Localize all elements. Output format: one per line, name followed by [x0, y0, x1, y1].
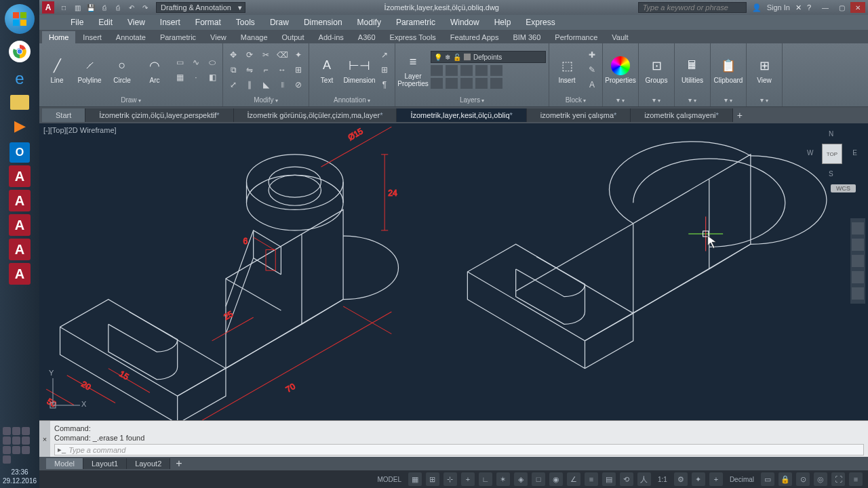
taskbar-clock[interactable]: 23:36 29.12.2016	[3, 468, 37, 485]
align-icon[interactable]: ⫴	[275, 78, 290, 92]
groups-panel-title[interactable]: ▾	[642, 95, 671, 105]
stretch-icon[interactable]: ↔	[275, 63, 290, 77]
status-grid-icon[interactable]: ▦	[408, 472, 422, 486]
menu-insert[interactable]: Insert	[153, 16, 187, 29]
file-tab[interactable]: izometrik çalışmayeni*	[631, 108, 732, 122]
rotate-icon[interactable]: ⟳	[242, 48, 257, 62]
status-transp-icon[interactable]: ▤	[602, 472, 616, 486]
status-cycling-icon[interactable]: ⟲	[620, 472, 633, 486]
modify-panel-title[interactable]: Modify	[226, 95, 306, 105]
menu-window[interactable]: Window	[443, 16, 486, 29]
status-model-label[interactable]: MODEL	[374, 476, 404, 483]
tray-icon[interactable]	[12, 427, 20, 435]
break-icon[interactable]: ⊘	[291, 78, 306, 92]
layout-tab[interactable]: Layout2	[127, 458, 170, 469]
layers-panel-title[interactable]: Layers	[398, 95, 546, 105]
menu-file[interactable]: File	[64, 16, 90, 29]
move-icon[interactable]: ✥	[226, 48, 241, 62]
ribbon-tab-insert[interactable]: Insert	[76, 31, 108, 43]
leader-icon[interactable]: ↗	[377, 48, 392, 62]
insert-block-button[interactable]: ⬚Insert	[552, 47, 582, 92]
properties-button[interactable]: Properties	[606, 47, 635, 92]
draw-region-icon[interactable]: ◧	[205, 70, 220, 84]
status-dyn-icon[interactable]: +	[461, 472, 475, 486]
clipboard-button[interactable]: 📋Clipboard	[713, 47, 743, 92]
draw-spline-icon[interactable]: ∿	[189, 56, 203, 69]
ribbon-tab-express[interactable]: Express Tools	[383, 31, 443, 43]
mtext-icon[interactable]: ¶	[377, 78, 392, 92]
draw-hatch-icon[interactable]: ▦	[172, 70, 187, 84]
block-attr-icon[interactable]: A	[585, 78, 599, 92]
status-clean-icon[interactable]: ⛶	[831, 472, 845, 486]
qat-undo-icon[interactable]: ↶	[126, 2, 137, 13]
taskbar-ie-icon[interactable]: e	[6, 65, 33, 92]
menu-format[interactable]: Format	[189, 16, 228, 29]
ribbon-tab-output[interactable]: Output	[275, 31, 311, 43]
view-button[interactable]: ⊞View	[749, 47, 779, 92]
qat-save-icon[interactable]: 💾	[85, 2, 96, 13]
viewcube-n[interactable]: N	[829, 130, 833, 138]
help-search-input[interactable]: Type a keyword or phrase	[638, 2, 747, 13]
fillet-icon[interactable]: ⌐	[258, 63, 273, 77]
command-input[interactable]: Type a command	[68, 446, 861, 454]
exchange-icon[interactable]: ✕	[795, 3, 802, 12]
status-infer-icon[interactable]: ⊹	[443, 472, 457, 486]
taskbar-media-icon[interactable]: ▶	[6, 113, 33, 140]
tray-icon[interactable]	[3, 436, 11, 445]
nav-wheel-icon[interactable]	[852, 222, 864, 235]
nav-pan-icon[interactable]	[852, 239, 864, 251]
taskbar-autocad-icon[interactable]: A	[9, 239, 31, 260]
scale-icon[interactable]: ⤢	[226, 78, 241, 92]
start-button[interactable]	[5, 4, 35, 34]
chamfer-icon[interactable]: ◣	[258, 78, 273, 92]
polyline-button[interactable]: ⟋Polyline	[75, 47, 104, 92]
trim-icon[interactable]: ✂	[258, 48, 273, 62]
viewcube-w[interactable]: W	[807, 149, 813, 157]
menu-edit[interactable]: Edit	[92, 16, 119, 29]
workspace-selector[interactable]: Drafting & Annotation	[156, 2, 245, 13]
explode-icon[interactable]: ✦	[291, 48, 306, 62]
ribbon-tab-a360[interactable]: A360	[351, 31, 382, 43]
drawing-viewport[interactable]: [-][Top][2D Wireframe]	[39, 123, 868, 420]
command-input-row[interactable]: ▸_ Type a command	[54, 444, 864, 455]
signin-link[interactable]: Sign In	[767, 3, 790, 12]
status-units[interactable]: Decimal	[727, 476, 757, 483]
block-panel-title[interactable]: Block	[552, 95, 599, 105]
layer-prev-icon[interactable]	[460, 78, 473, 89]
array-icon[interactable]: ⊞	[291, 63, 306, 77]
properties-panel-title[interactable]: ▾	[606, 95, 635, 105]
layer-walk-icon[interactable]	[475, 78, 488, 89]
tray-icon[interactable]	[3, 427, 11, 435]
status-lock-icon[interactable]: 🔒	[778, 472, 792, 486]
qat-print-icon[interactable]: ⎙	[113, 2, 123, 13]
ucs-icon[interactable]: X Y	[46, 371, 87, 413]
wcs-badge[interactable]: WCS	[831, 184, 856, 192]
cmdline-close-button[interactable]: ×	[39, 421, 50, 457]
layout-tab-model[interactable]: Model	[46, 458, 83, 469]
tray-icon[interactable]	[22, 427, 30, 435]
ribbon-tab-annotate[interactable]: Annotate	[109, 31, 153, 43]
layer-uniso-icon[interactable]	[446, 78, 458, 89]
menu-view[interactable]: View	[121, 16, 152, 29]
viewcube-s[interactable]: S	[829, 170, 833, 178]
taskbar-autocad-icon[interactable]: A	[9, 214, 31, 236]
menu-parametric[interactable]: Parametric	[389, 16, 442, 29]
layer-match-icon[interactable]	[490, 65, 502, 76]
status-ws-icon[interactable]: ✦	[692, 472, 705, 486]
taskbar-autocad-icon[interactable]: A	[9, 165, 31, 187]
qat-saveas-icon[interactable]: ⎙	[99, 2, 110, 13]
app-logo-icon[interactable]: A	[42, 1, 54, 14]
layer-states-icon[interactable]	[490, 78, 502, 89]
arc-button[interactable]: ◠Arc	[140, 47, 170, 92]
nav-zoom-icon[interactable]	[852, 255, 864, 267]
ribbon-tab-addins[interactable]: Add-ins	[312, 31, 351, 43]
ribbon-tab-bim360[interactable]: BIM 360	[506, 31, 547, 43]
table-icon[interactable]: ⊞	[377, 63, 392, 77]
layer-lock-icon[interactable]	[460, 65, 473, 76]
ribbon-tab-view[interactable]: View	[203, 31, 233, 43]
clipboard-panel-title[interactable]: ▾	[713, 95, 743, 105]
file-tab-active[interactable]: İzometrik,layer,kesit,ölçü,obliq*	[397, 108, 526, 122]
taskbar-autocad-icon[interactable]: A	[9, 190, 31, 211]
menu-dimension[interactable]: Dimension	[297, 16, 349, 29]
file-tab[interactable]: izometrik yeni çalışma*	[527, 108, 631, 122]
